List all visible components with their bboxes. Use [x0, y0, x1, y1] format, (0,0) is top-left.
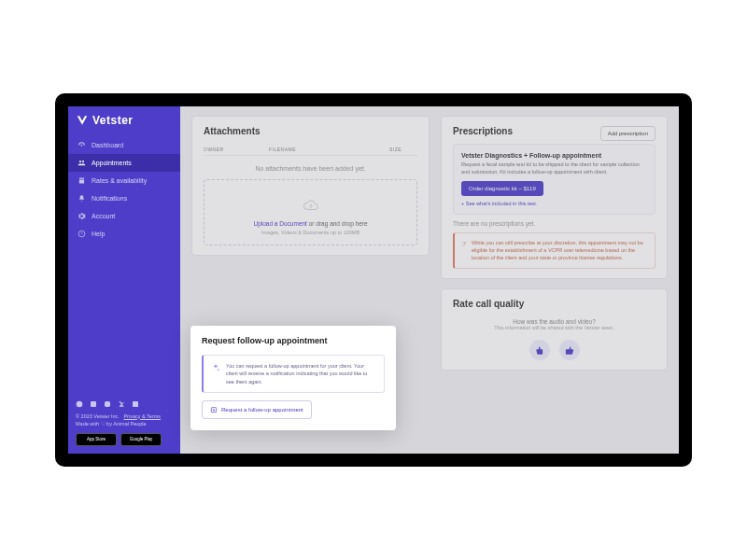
sidebar-footer: © 2023 Vetster Inc. Privacy & Terms Made…	[68, 395, 180, 455]
nav-label: Appointments	[92, 160, 132, 166]
rate-sub: This information will be shared with the…	[453, 325, 655, 330]
rating-thumbs	[453, 340, 655, 360]
followup-info: You can request a follow-up appointment …	[202, 355, 385, 393]
cloud-upload-icon	[301, 197, 321, 214]
vcpr-warning: ? While you can still prescribe at your …	[453, 232, 655, 269]
facebook-icon[interactable]	[90, 400, 97, 408]
linkedin-icon[interactable]	[132, 400, 139, 408]
svg-rect-3	[91, 401, 96, 407]
made-with: Made with ♡ by Animal People	[76, 420, 173, 427]
thumbs-down-button[interactable]	[529, 340, 550, 360]
attachments-header: OWNER FILENAME SIZE	[204, 144, 417, 156]
nav-help[interactable]: ? Help	[68, 225, 180, 243]
brand-name: Vetster	[92, 114, 134, 127]
svg-point-2	[77, 400, 83, 407]
app-store-badge[interactable]: App Store	[76, 433, 117, 446]
rate-question: How was the audio and video?	[453, 318, 655, 325]
col-filename: FILENAME	[269, 147, 361, 152]
calendar-plus-icon	[210, 406, 218, 413]
col-owner: OWNER	[204, 147, 241, 152]
upload-text: Upload a Document or drag and drop here	[212, 220, 409, 227]
see-included-link[interactable]: + See what's included in this test.	[461, 201, 647, 206]
vetster-logo-icon	[76, 114, 89, 127]
nav-label: Rates & availability	[92, 177, 147, 184]
social-links	[76, 400, 173, 408]
copyright-line: © 2023 Vetster Inc. Privacy & Terms	[76, 413, 173, 420]
upload-sub: Images, Videos & Documents up to 100MB	[212, 230, 409, 235]
order-kit-button[interactable]: Order diagnostic kit – $119	[461, 181, 543, 196]
followup-button-label: Request a follow-up appointment	[221, 407, 303, 413]
instagram-icon[interactable]	[104, 400, 111, 408]
promo-desc: Request a fecal sample test kit to be sh…	[461, 161, 647, 175]
question-icon: ?	[462, 240, 466, 261]
thumbs-down-icon	[534, 345, 544, 356]
nav-label: Account	[92, 213, 115, 219]
add-prescription-button[interactable]: Add prescription	[600, 126, 655, 141]
nav-dashboard[interactable]: Dashboard	[68, 136, 180, 154]
sparkle-icon	[211, 363, 220, 372]
nav-label: Dashboard	[92, 142, 123, 148]
sidebar: Vetster Dashboard Appointments Rates & a…	[68, 106, 180, 454]
twitter-icon[interactable]	[118, 400, 125, 408]
col-size: SIZE	[389, 147, 417, 152]
followup-title: Request follow-up appointment	[202, 336, 385, 345]
followup-card: Request follow-up appointment You can re…	[190, 326, 396, 430]
gear-icon	[78, 212, 86, 220]
brand-logo[interactable]: Vetster	[68, 106, 180, 136]
app-screen: Vetster Dashboard Appointments Rates & a…	[68, 106, 679, 454]
svg-text:?: ?	[80, 231, 83, 236]
store-badges: App Store Google Play	[76, 433, 173, 446]
attachments-empty: No attachments have been added yet.	[204, 156, 417, 179]
thumbs-up-button[interactable]	[559, 340, 580, 360]
attachments-title: Attachments	[204, 126, 417, 136]
diagnostics-promo: Vetster Diagnostics + Follow-up appointm…	[453, 144, 655, 215]
svg-rect-4	[105, 401, 110, 407]
rate-call-card: Rate call quality How was the audio and …	[441, 288, 668, 371]
device-frame: Vetster Dashboard Appointments Rates & a…	[55, 93, 692, 467]
users-icon	[78, 159, 86, 167]
google-play-badge[interactable]: Google Play	[120, 433, 162, 446]
prescriptions-empty: There are no prescriptions yet.	[453, 220, 655, 227]
nav-rates[interactable]: Rates & availability	[68, 172, 180, 189]
upload-dropzone[interactable]: Upload a Document or drag and drop here …	[204, 179, 417, 245]
column-right: Prescriptions Add prescription Vetster D…	[441, 116, 668, 444]
nav-account[interactable]: Account	[68, 207, 180, 225]
prescriptions-card: Prescriptions Add prescription Vetster D…	[441, 116, 668, 279]
calendar-icon	[78, 176, 86, 185]
attachments-card: Attachments OWNER FILENAME SIZE No attac…	[191, 116, 430, 256]
rate-title: Rate call quality	[453, 299, 655, 309]
upload-link[interactable]: Upload a Document	[253, 220, 306, 227]
gauge-icon	[78, 141, 86, 149]
svg-rect-5	[133, 401, 138, 407]
sidebar-nav: Dashboard Appointments Rates & availabil…	[68, 136, 180, 243]
promo-title: Vetster Diagnostics + Follow-up appointm…	[461, 152, 647, 159]
nav-label: Help	[92, 231, 105, 237]
nav-appointments[interactable]: Appointments	[68, 154, 180, 172]
bell-icon	[78, 194, 86, 203]
thumbs-up-icon	[564, 345, 574, 356]
nav-notifications[interactable]: Notifications	[68, 189, 180, 207]
prescriptions-title: Prescriptions	[453, 126, 513, 136]
help-icon: ?	[78, 230, 86, 238]
followup-info-text: You can request a follow-up appointment …	[226, 362, 376, 385]
warning-text: While you can still prescribe at your di…	[472, 240, 647, 261]
privacy-link[interactable]: Privacy & Terms	[123, 413, 161, 419]
request-followup-button[interactable]: Request a follow-up appointment	[202, 400, 312, 419]
pinterest-icon[interactable]	[76, 400, 83, 408]
nav-label: Notifications	[92, 195, 127, 202]
